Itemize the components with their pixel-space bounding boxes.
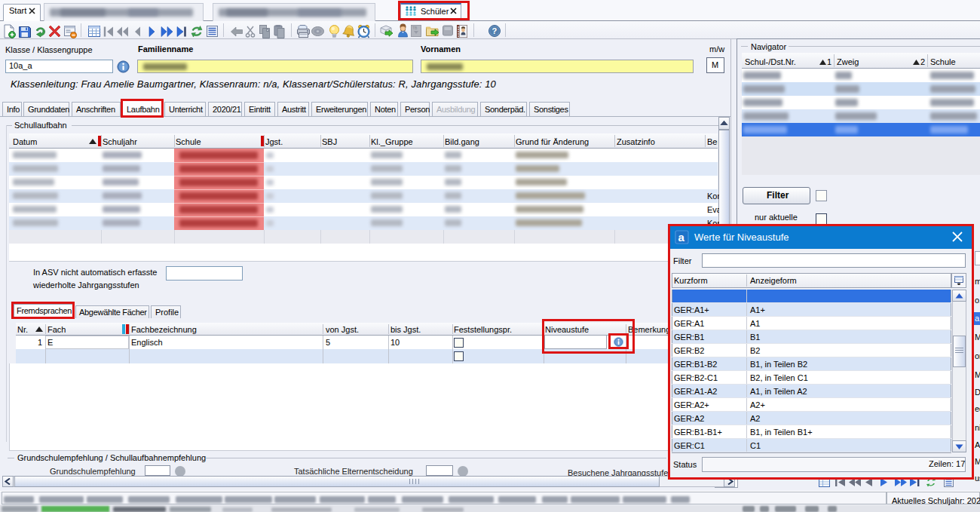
svg-text:a: a xyxy=(678,231,685,244)
svg-text:?: ? xyxy=(492,26,498,35)
svg-text:TB: TB xyxy=(412,26,418,30)
